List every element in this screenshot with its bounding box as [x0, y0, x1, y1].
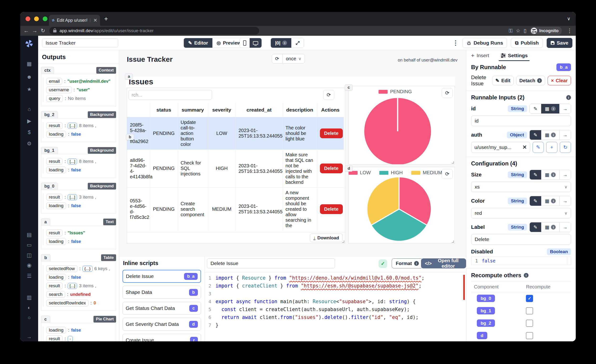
inline-script-item[interactable]: Delete Issueb_a: [123, 270, 201, 283]
incognito-badge[interactable]: Incognito: [530, 27, 562, 35]
resource-picker-field[interactable]: u/user/my_sup...✕: [471, 142, 530, 153]
tab-insert[interactable]: +Insert: [471, 50, 489, 61]
schedules-calendar-icon[interactable]: ▤: [20, 232, 38, 238]
static-mode-button[interactable]: ✎: [530, 223, 541, 232]
output-row[interactable]: loading:false: [46, 131, 115, 138]
output-card-id[interactable]: b: [41, 254, 50, 261]
output-row[interactable]: loading:false: [46, 274, 115, 281]
clear-x-icon[interactable]: ✕: [522, 144, 527, 150]
collapsed-value-chip[interactable]: [...]: [68, 283, 77, 289]
table-search-input[interactable]: [128, 90, 212, 100]
script-name-input[interactable]: [207, 258, 335, 268]
output-row[interactable]: result:[...]8 items ,: [46, 122, 115, 129]
tab-settings[interactable]: Settings: [501, 50, 528, 61]
resize-handle[interactable]: [452, 240, 454, 243]
code-editor[interactable]: 1import { Resource } from "https://deno.…: [205, 272, 466, 341]
new-tab-button[interactable]: +: [104, 16, 108, 22]
collapsed-value-chip[interactable]: [...]: [68, 158, 77, 164]
output-row[interactable]: selectedRow:{...}6 keys ,: [46, 265, 115, 272]
reload-icon[interactable]: ↻: [41, 28, 45, 34]
expand-arrow-icon[interactable]: →: [20, 334, 38, 340]
mobile-view-button[interactable]: [240, 38, 250, 48]
output-row[interactable]: loading:false: [46, 167, 115, 173]
component-chip[interactable]: bg_2: [477, 319, 495, 327]
eval-mode-button[interactable]: →: [559, 196, 571, 206]
table-component-b[interactable]: ⟳ statussummaryseveritycreated_atdescrip…: [127, 88, 345, 244]
browser-menu-kebab-icon[interactable]: ⋮: [567, 27, 572, 34]
disabled-code-editor[interactable]: 1 false: [471, 256, 571, 265]
output-row[interactable]: result:"Issues": [46, 230, 115, 236]
output-card-id[interactable]: ctx: [41, 67, 54, 74]
component-chip-c[interactable]: c: [345, 84, 353, 91]
output-row[interactable]: result:-: [46, 335, 115, 341]
format-button[interactable]: Formati: [392, 258, 423, 268]
static-mode-button[interactable]: ✎: [530, 104, 541, 113]
variables-dollar-icon[interactable]: $: [20, 129, 38, 135]
refresh-mode-dropdown[interactable]: once∨: [283, 54, 305, 63]
apps-grid-icon[interactable]: ▦: [20, 61, 38, 67]
back-icon[interactable]: ←: [24, 28, 29, 34]
side-panel-icon[interactable]: ▯: [523, 28, 526, 34]
connect-mode-button[interactable]: ▦i: [541, 130, 559, 140]
pie-chart-component-d[interactable]: LOWHIGHMEDIUM ⟳: [349, 167, 455, 244]
inline-script-item[interactable]: Get Status Chart Datac: [123, 302, 201, 315]
eval-mode-button[interactable]: →: [559, 170, 571, 179]
component-chip-d[interactable]: d: [345, 165, 353, 172]
canvas-refresh-icon[interactable]: ⟳: [272, 54, 283, 63]
user-icon[interactable]: ☻: [20, 74, 38, 80]
debug-runs-button[interactable]: Debug Runs: [462, 38, 507, 48]
output-card-id[interactable]: bg_2: [41, 111, 58, 118]
output-card-id[interactable]: a: [41, 218, 50, 225]
eval-mode-button[interactable]: →: [559, 104, 571, 113]
connect-mode-button[interactable]: ▦i: [541, 104, 559, 113]
clear-button[interactable]: ×Clear: [548, 76, 571, 85]
groups-icon[interactable]: ◫: [20, 252, 38, 258]
folders-icon[interactable]: ▭: [20, 242, 38, 248]
output-row[interactable]: selectedRowIndex:0: [46, 300, 115, 306]
output-row[interactable]: search:undefined: [46, 291, 115, 298]
inline-script-item[interactable]: Shape Datab: [123, 286, 201, 299]
save-button[interactable]: Save: [547, 38, 572, 48]
runs-play-icon[interactable]: ▶: [20, 118, 38, 124]
favorites-star-icon[interactable]: ★: [20, 86, 38, 92]
refresh-resource-button[interactable]: ↻: [560, 142, 571, 153]
maximize-window-button[interactable]: [43, 16, 47, 21]
resize-handle[interactable]: [452, 161, 454, 163]
connect-mode-button[interactable]: ▦i: [541, 170, 559, 179]
recompute-checkbox[interactable]: [526, 307, 533, 314]
output-row[interactable]: email:"user@windmill.dev": [46, 78, 115, 85]
table-refresh-icon[interactable]: ⟳: [323, 90, 334, 100]
tab-close-icon[interactable]: ✕: [93, 17, 97, 23]
eval-mode-button[interactable]: →: [559, 130, 571, 140]
delete-button[interactable]: Delete: [320, 204, 343, 214]
static-mode-button[interactable]: ✎: [530, 130, 541, 140]
static-mode-button[interactable]: ✎: [530, 196, 541, 206]
discord-icon[interactable]: ◐: [20, 305, 38, 311]
output-card-id[interactable]: bg_0: [41, 183, 58, 190]
tab-search-chevron-icon[interactable]: ∨: [567, 16, 571, 22]
output-row[interactable]: result:[...]3 items ,: [46, 194, 115, 201]
recompute-checkbox[interactable]: ✓: [526, 295, 533, 302]
github-icon[interactable]: ○: [20, 315, 38, 321]
forward-icon[interactable]: →: [32, 28, 37, 34]
id-value-field[interactable]: id: [471, 116, 571, 126]
app-name-input[interactable]: [42, 38, 118, 47]
desktop-view-button[interactable]: [250, 38, 261, 48]
address-field[interactable]: app.windmill.dev/apps/edit/u/user/issue-…: [49, 27, 259, 35]
inline-script-item[interactable]: Get Severity Chart Datad: [123, 318, 201, 331]
lock-icon[interactable]: [53, 30, 57, 32]
edit-button[interactable]: ✎Edit: [492, 76, 514, 85]
table-row[interactable]: a8d96- 7-4d2d- 4- e4143b8faPENDINGCheck …: [127, 149, 344, 187]
pie-chart-component-c[interactable]: PENDING ⟳: [349, 86, 455, 164]
recompute-checkbox[interactable]: [526, 320, 533, 327]
editor-tab[interactable]: ✎Editor: [184, 38, 212, 48]
delete-button[interactable]: Delete: [320, 163, 343, 173]
workers-list-icon[interactable]: ☰: [20, 273, 38, 279]
color-select[interactable]: red∨: [471, 208, 571, 218]
resize-handle[interactable]: [342, 240, 344, 243]
fullscreen-button[interactable]: ⤢: [291, 38, 304, 48]
connect-mode-button[interactable]: ▦i: [541, 223, 559, 232]
eval-mode-button[interactable]: →: [559, 223, 571, 232]
static-mode-button[interactable]: ✎: [530, 170, 541, 179]
audit-eye-icon[interactable]: ◉: [20, 262, 38, 268]
